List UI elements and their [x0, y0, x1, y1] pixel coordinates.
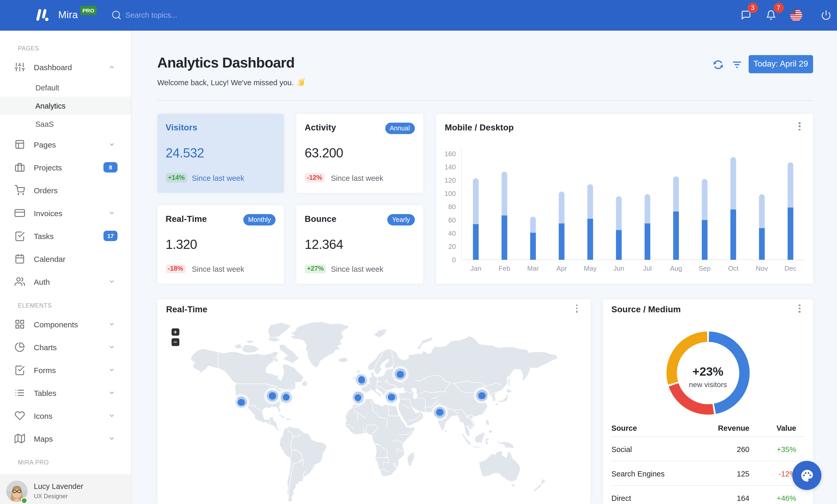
credit-card-icon: [15, 208, 25, 218]
realtime-menu-icon[interactable]: [576, 304, 578, 314]
sidebar-item-projects[interactable]: Projects8: [0, 156, 131, 179]
notifications-count-badge: 7: [773, 3, 784, 13]
sidebar-item-pages[interactable]: Pages: [0, 133, 131, 156]
x-tick-May: May: [584, 264, 596, 272]
sidebar-item-label: Pages: [34, 140, 56, 149]
bar-mobile-Nov: [759, 228, 765, 260]
map-marker-istanbul[interactable]: [386, 392, 397, 403]
sidebar-item-charts[interactable]: Charts: [0, 336, 131, 358]
header-divider: [157, 100, 813, 101]
source-medium-card: Source / Medium +23% new visitors Source…: [603, 299, 813, 504]
map-marker-new-delhi[interactable]: [434, 407, 446, 418]
stat-period-pill[interactable]: Monthly: [243, 214, 275, 225]
chevron-down-icon: [109, 435, 115, 442]
language-flag-icon[interactable]: [790, 9, 802, 21]
sidebar-item-calendar[interactable]: Calendar: [0, 247, 131, 270]
sidebar-item-label: Dashboard: [34, 62, 72, 72]
world-map[interactable]: [data-name="world-land"] path { fill:#E1…: [190, 321, 558, 504]
cell-source: Direct: [611, 486, 690, 504]
realtime-title: Real-Time: [166, 304, 208, 314]
welcome-text: Welcome back, Lucy! We've missed you.: [157, 78, 306, 88]
bar-mobile-Jan: [473, 224, 478, 260]
x-tick-Oct: Oct: [728, 264, 738, 272]
stat-delta-badge: +14%: [165, 173, 187, 182]
user-name: Lucy Lavender: [34, 482, 83, 491]
map-zoom-in-button[interactable]: +: [172, 328, 179, 336]
logout-power-icon[interactable]: [821, 10, 831, 20]
bar-desktop-Nov: [759, 194, 765, 228]
map-marker-new-york[interactable]: [281, 392, 292, 403]
sidebar-item-tables[interactable]: Tables: [0, 381, 131, 404]
table-row-social: Social260+35%: [611, 437, 804, 461]
sidebar-item-label: Tables: [34, 388, 56, 397]
bar-desktop-Jan: [473, 178, 478, 224]
sidebar-subitem-analytics[interactable]: Analytics: [0, 97, 131, 115]
refresh-icon[interactable]: [712, 59, 724, 70]
chevron-down-icon: [109, 279, 115, 285]
chevron-down-icon: [109, 413, 115, 419]
sidebar-item-forms[interactable]: Forms: [0, 358, 131, 381]
y-tick-140: 140: [444, 163, 456, 171]
sidebar-item-dashboard[interactable]: Dashboard: [0, 56, 131, 78]
sidebar-user-card[interactable]: Lucy Lavender UX Designer: [0, 475, 131, 504]
y-tick-40: 40: [448, 229, 456, 237]
sidebar-section-label: PAGES: [0, 41, 131, 56]
x-tick-Sep: Sep: [698, 264, 710, 272]
today-button[interactable]: Today: April 29: [748, 55, 813, 73]
source-medium-menu-icon[interactable]: [799, 304, 801, 314]
stat-note: Since last week: [192, 174, 244, 182]
check-square-icon: [15, 365, 25, 375]
list-icon: [15, 388, 25, 398]
sidebar-item-label: Auth: [34, 277, 50, 286]
calendar-icon: [15, 254, 25, 264]
bar-desktop-Aug: [673, 176, 679, 211]
cell-revenue: 260: [690, 437, 749, 461]
y-tick-120: 120: [444, 176, 456, 184]
stat-title: Real-Time: [165, 214, 207, 224]
x-tick-Aug: Aug: [670, 264, 682, 272]
chevron-down-icon: [109, 321, 115, 327]
notifications-icon[interactable]: [766, 10, 776, 20]
x-tick-Apr: Apr: [556, 264, 567, 272]
users-icon: [15, 276, 25, 287]
stat-period-pill[interactable]: Annual: [385, 123, 415, 134]
bar-desktop-Feb: [501, 172, 507, 216]
theme-settings-fab[interactable]: [792, 461, 821, 490]
x-tick-Dec: Dec: [784, 264, 796, 272]
sidebar-item-label: Components: [34, 320, 78, 329]
sidebar-item-label: Orders: [34, 186, 58, 194]
sidebar-item-tasks[interactable]: Tasks17: [0, 224, 131, 247]
pie-chart-icon: [15, 342, 25, 352]
filter-icon[interactable]: [731, 59, 742, 70]
sidebar-item-orders[interactable]: Orders: [0, 179, 131, 202]
stat-note: Since last week: [331, 265, 384, 273]
mobile-desktop-menu-icon[interactable]: [799, 122, 801, 132]
table-row-direct: Direct164+46%: [611, 486, 804, 504]
sidebar-section-label: ELEMENTS: [0, 298, 131, 313]
bar-mobile-Jun: [616, 230, 622, 260]
bar-mobile-Mar: [530, 232, 536, 260]
stat-period-pill[interactable]: Yearly: [387, 214, 415, 225]
main-content: Analytics Dashboard Welcome back, Lucy! …: [131, 31, 837, 504]
sidebar-item-label: Projects: [34, 163, 62, 172]
map-zoom-out-button[interactable]: −: [172, 338, 179, 346]
messages-count-badge: 3: [748, 3, 758, 13]
sidebar: PAGESDashboardDefaultAnalyticsSaaSPagesP…: [0, 31, 131, 504]
chevron-down-icon: [109, 210, 115, 216]
sidebar-item-label: Charts: [34, 343, 57, 352]
layout-icon: [15, 139, 25, 150]
sidebar-subitem-default[interactable]: Default: [0, 78, 131, 97]
stat-delta-badge: -12%: [305, 173, 324, 182]
map-marker-chicago[interactable]: [267, 390, 278, 402]
sidebar-item-auth[interactable]: Auth: [0, 270, 131, 293]
chevron-down-icon: [109, 367, 115, 373]
sidebar-item-maps[interactable]: Maps: [0, 427, 131, 450]
sidebar-item-components[interactable]: Components: [0, 313, 131, 336]
sidebar-item-invoices[interactable]: Invoices: [0, 202, 131, 224]
sidebar-subitem-saas[interactable]: SaaS: [0, 115, 131, 133]
user-online-status: [21, 498, 28, 504]
stat-value: 12.364: [305, 237, 343, 252]
stat-value: 63.200: [305, 146, 343, 161]
sidebar-item-icons[interactable]: Icons: [0, 404, 131, 427]
stat-title: Bounce: [305, 214, 336, 224]
